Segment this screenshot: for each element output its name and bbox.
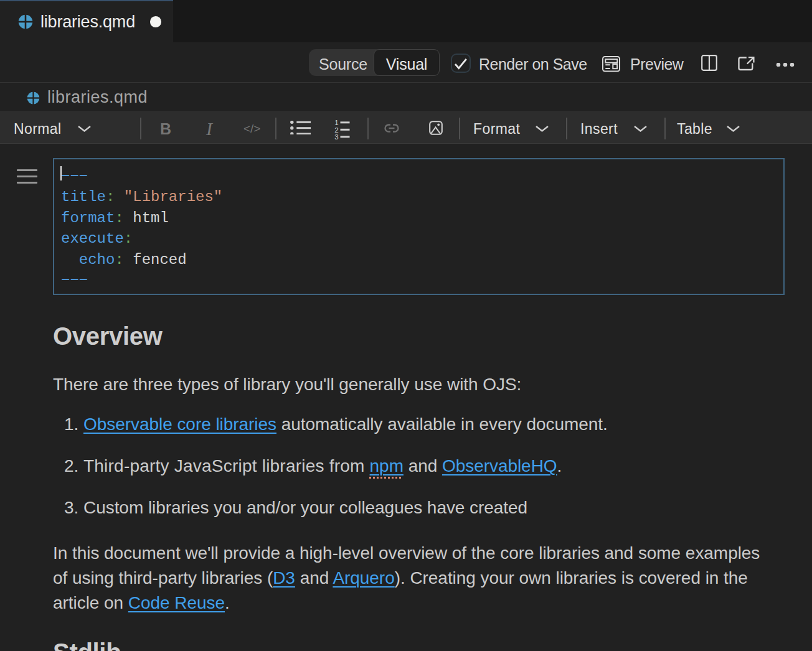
svg-text:3: 3 <box>334 133 338 140</box>
svg-text:1: 1 <box>334 119 338 126</box>
svg-text:2: 2 <box>334 126 338 134</box>
